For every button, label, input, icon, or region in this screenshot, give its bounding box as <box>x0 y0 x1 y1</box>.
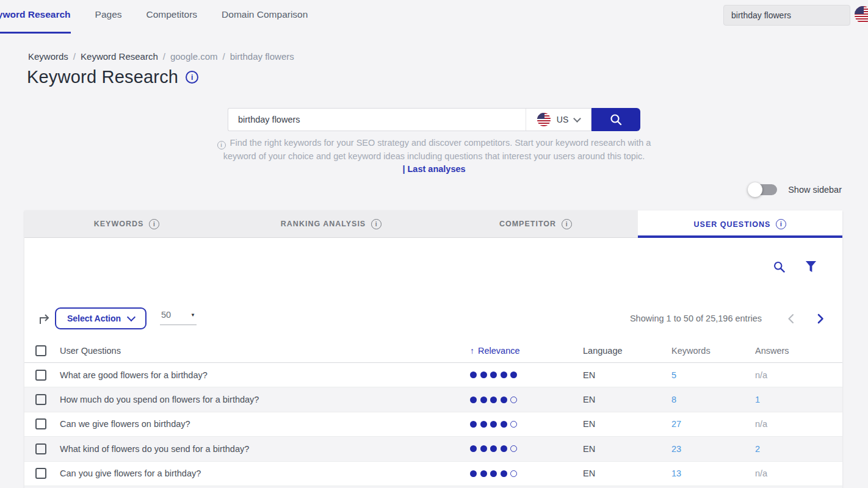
question-text: Can you give flowers for a birthday? <box>60 468 470 478</box>
table-row: How much do you spend on flowers for a b… <box>24 387 842 412</box>
column-header-user-questions[interactable]: User Questions <box>60 346 470 356</box>
row-checkbox[interactable] <box>35 443 46 454</box>
keyword-search-bar: US <box>228 108 640 131</box>
nav-item-keyword-research[interactable]: Keyword Research <box>0 0 71 29</box>
relevance-dot-filled <box>480 421 487 428</box>
column-header-language[interactable]: Language <box>583 346 671 356</box>
show-sidebar-toggle[interactable] <box>749 184 777 195</box>
relevance-dots <box>470 421 583 428</box>
column-header-answers[interactable]: Answers <box>755 346 842 356</box>
description-text: Find the right keywords for your SEO str… <box>223 138 651 161</box>
select-action-button[interactable]: Select Action <box>55 307 146 329</box>
select-action-label: Select Action <box>67 314 121 323</box>
relevance-dots <box>470 371 583 378</box>
row-checkbox[interactable] <box>35 394 46 405</box>
relevance-dot-filled <box>470 470 477 477</box>
relevance-dot-filled <box>490 470 497 477</box>
relevance-dot-open <box>510 445 517 452</box>
relevance-dot-filled <box>470 445 477 452</box>
relevance-dot-open <box>510 470 517 477</box>
relevance-dot-filled <box>480 470 487 477</box>
us-flag-icon <box>855 6 868 23</box>
relevance-dot-filled <box>470 371 477 378</box>
language-cell: EN <box>583 444 671 454</box>
keywords-link[interactable]: 5 <box>671 370 676 380</box>
top-search-input[interactable] <box>723 5 850 26</box>
nav-item-domain-comparison[interactable]: Domain Comparison <box>222 0 308 29</box>
sort-asc-icon: ↑ <box>470 346 474 356</box>
relevance-dot-filled <box>480 371 487 378</box>
keywords-link[interactable]: 23 <box>671 444 681 454</box>
keywords-link[interactable]: 13 <box>671 468 681 478</box>
sidebar-toggle-row: Show sidebar <box>749 184 842 195</box>
prev-page-icon[interactable] <box>787 314 794 324</box>
us-flag-icon <box>537 113 551 126</box>
tab-ranking-analysis[interactable]: RANKING ANALYSIS <box>229 210 433 238</box>
nav-item-pages[interactable]: Pages <box>95 0 122 29</box>
country-code-label: US <box>557 115 568 124</box>
language-cell: EN <box>583 468 671 478</box>
column-header-relevance[interactable]: ↑ Relevance <box>470 346 583 356</box>
last-analyses-link[interactable]: | Last analyses <box>0 164 868 174</box>
page-size-select[interactable]: 50 ▼ <box>160 310 197 325</box>
row-checkbox[interactable] <box>35 418 46 429</box>
relevance-dots <box>470 470 583 477</box>
answers-cell: n/a <box>755 468 767 478</box>
relevance-dot-filled <box>470 396 477 403</box>
tab-label: COMPETITOR <box>499 220 556 228</box>
tab-info-icon[interactable] <box>149 219 159 229</box>
top-navigation: Keyword Research Pages Competitors Domai… <box>0 0 868 35</box>
tab-keywords[interactable]: KEYWORDS <box>24 210 229 238</box>
show-sidebar-label: Show sidebar <box>788 185 842 195</box>
breadcrumb-keyword-research[interactable]: Keyword Research <box>81 51 158 62</box>
page-title-info-icon[interactable] <box>186 71 198 84</box>
table-search-icon[interactable] <box>773 260 786 273</box>
next-page-icon[interactable] <box>817 314 824 324</box>
chevron-down-icon <box>573 115 581 123</box>
keywords-link[interactable]: 8 <box>671 395 676 404</box>
tabs: KEYWORDS RANKING ANALYSIS COMPETITOR USE… <box>24 210 842 238</box>
column-header-keywords[interactable]: Keywords <box>671 346 755 356</box>
breadcrumb: Keywords / Keyword Research / google.com… <box>28 51 294 62</box>
breadcrumb-keywords[interactable]: Keywords <box>28 51 68 62</box>
column-header-relevance-label: Relevance <box>478 346 520 356</box>
export-icon[interactable] <box>38 312 51 325</box>
table-header-row: User Questions ↑ Relevance Language Keyw… <box>24 339 842 363</box>
breadcrumb-separator: / <box>73 51 76 62</box>
relevance-dot-filled <box>490 371 497 378</box>
row-checkbox[interactable] <box>35 370 46 381</box>
relevance-dot-filled <box>480 445 487 452</box>
keywords-link[interactable]: 27 <box>671 419 681 429</box>
country-selector[interactable]: US <box>526 108 591 131</box>
relevance-dot-open <box>510 421 517 428</box>
answers-cell[interactable]: 2 <box>755 444 760 454</box>
table-body: What are good flowers for a birthday? EN… <box>24 363 842 486</box>
tab-info-icon[interactable] <box>776 219 786 229</box>
tab-info-icon[interactable] <box>371 219 382 229</box>
relevance-dot-filled <box>501 371 507 378</box>
relevance-dot-filled <box>490 421 497 428</box>
keyword-research-page: Keyword Research Pages Competitors Domai… <box>0 0 868 488</box>
action-row: Select Action 50 ▼ Showing 1 to 50 of 25… <box>24 307 842 329</box>
select-all-checkbox[interactable] <box>35 345 46 356</box>
relevance-dots <box>470 445 583 452</box>
search-icon <box>609 112 623 127</box>
table-row: Can you give flowers for a birthday? EN … <box>24 462 842 486</box>
answers-cell[interactable]: 1 <box>755 395 760 404</box>
tab-user-questions[interactable]: USER QUESTIONS <box>638 210 842 238</box>
relevance-dot-filled <box>480 396 487 403</box>
tab-competitor[interactable]: COMPETITOR <box>433 210 638 238</box>
breadcrumb-domain[interactable]: google.com <box>170 51 218 62</box>
search-button[interactable] <box>591 108 640 131</box>
relevance-dot-filled <box>490 396 497 403</box>
tab-info-icon[interactable] <box>562 219 572 229</box>
relevance-dot-filled <box>501 421 507 428</box>
filter-icon[interactable] <box>805 260 817 273</box>
keyword-input[interactable] <box>228 108 526 131</box>
row-checkbox[interactable] <box>35 468 46 479</box>
answers-cell: n/a <box>755 419 767 429</box>
breadcrumb-separator: / <box>163 51 165 62</box>
relevance-dots <box>470 396 583 403</box>
nav-item-competitors[interactable]: Competitors <box>146 0 198 29</box>
question-text: Can we give flowers on birthday? <box>60 419 470 429</box>
